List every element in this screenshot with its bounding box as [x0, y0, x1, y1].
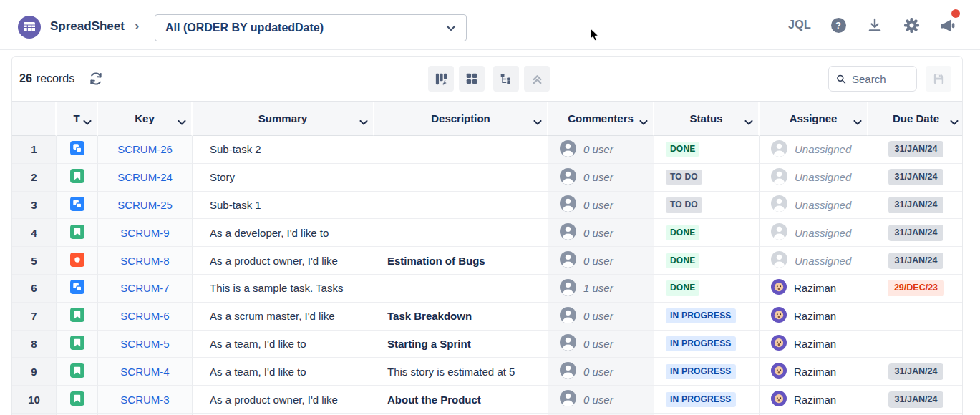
row-number-cell[interactable]: 5: [12, 247, 57, 275]
due-date-cell[interactable]: 31/JAN/24: [868, 136, 963, 164]
download-icon[interactable]: [865, 16, 884, 34]
row-number-cell[interactable]: 8: [12, 331, 57, 358]
status-cell[interactable]: IN PROGRESS: [654, 358, 760, 386]
summary-cell[interactable]: Sub-task 1: [193, 192, 374, 220]
issue-key-link[interactable]: SCRUM-6: [120, 310, 169, 322]
summary-cell[interactable]: As a team, I'd like to: [193, 358, 374, 386]
column-header-due-date[interactable]: Due Date: [868, 102, 963, 136]
row-number-cell[interactable]: 6: [12, 275, 57, 303]
due-date-cell[interactable]: 31/JAN/24: [868, 386, 963, 414]
refresh-icon[interactable]: [86, 69, 106, 89]
grid-view-button[interactable]: [459, 66, 485, 92]
description-cell[interactable]: [374, 219, 548, 247]
assignee-cell[interactable]: Raziman: [760, 386, 868, 414]
issue-key-link[interactable]: SCRUM-8: [120, 255, 169, 267]
status-cell[interactable]: IN PROGRESS: [654, 331, 760, 358]
issue-type-cell[interactable]: [57, 192, 98, 220]
assignee-cell[interactable]: Unassigned: [760, 219, 868, 247]
issue-key-link[interactable]: SCRUM-4: [120, 366, 169, 378]
row-number-cell[interactable]: 1: [12, 136, 57, 164]
due-date-cell[interactable]: 31/JAN/24: [868, 247, 963, 275]
summary-cell[interactable]: As a product owner, I'd like: [193, 386, 374, 414]
issue-key-link[interactable]: SCRUM-5: [120, 338, 169, 350]
description-cell[interactable]: This story is estimated at 5: [374, 358, 548, 386]
assignee-cell[interactable]: Raziman: [760, 275, 868, 303]
issue-type-cell[interactable]: [57, 164, 98, 192]
status-cell[interactable]: DONE: [654, 219, 760, 247]
due-date-cell[interactable]: [868, 331, 963, 358]
issue-type-cell[interactable]: [57, 386, 98, 414]
description-cell[interactable]: [374, 275, 548, 303]
column-header-t[interactable]: T: [57, 102, 98, 136]
assignee-cell[interactable]: Unassigned: [760, 247, 868, 275]
assignee-cell[interactable]: Unassigned: [760, 136, 868, 164]
row-number-cell[interactable]: 9: [12, 358, 57, 386]
status-cell[interactable]: IN PROGRESS: [654, 303, 760, 331]
row-number-cell[interactable]: 3: [12, 192, 57, 220]
due-date-cell[interactable]: 29/DEC/23: [868, 275, 963, 303]
assignee-cell[interactable]: Unassigned: [760, 164, 868, 192]
description-cell[interactable]: [374, 192, 548, 220]
collapse-all-button[interactable]: [524, 66, 550, 92]
due-date-cell[interactable]: 31/JAN/24: [868, 219, 963, 247]
megaphone-icon[interactable]: [938, 16, 957, 34]
issue-type-cell[interactable]: [57, 219, 98, 247]
description-cell[interactable]: Estimation of Bugs: [374, 247, 548, 275]
column-header-assignee[interactable]: Assignee: [760, 102, 868, 136]
gear-icon[interactable]: [902, 16, 921, 34]
description-cell[interactable]: [374, 164, 548, 192]
status-cell[interactable]: TO DO: [654, 192, 760, 220]
issue-key-link[interactable]: SCRUM-25: [117, 199, 173, 211]
summary-cell[interactable]: Sub-task 2: [193, 136, 374, 164]
summary-cell[interactable]: This is a sample task. Tasks: [193, 275, 374, 303]
save-button[interactable]: [926, 66, 951, 92]
issue-key-link[interactable]: SCRUM-24: [117, 171, 173, 183]
status-cell[interactable]: IN PROGRESS: [654, 386, 760, 414]
column-header-description[interactable]: Description: [374, 102, 548, 136]
status-cell[interactable]: DONE: [654, 247, 760, 275]
summary-cell[interactable]: As a developer, I'd like to: [193, 219, 374, 247]
status-cell[interactable]: DONE: [654, 275, 760, 303]
issue-type-cell[interactable]: [57, 303, 98, 331]
issue-key-link[interactable]: SCRUM-7: [120, 282, 169, 294]
description-cell[interactable]: Task Breakdown: [374, 303, 548, 331]
summary-cell[interactable]: As a scrum master, I'd like: [193, 303, 374, 331]
issue-type-cell[interactable]: [57, 358, 98, 386]
jql-button[interactable]: JQL: [788, 19, 811, 31]
status-cell[interactable]: DONE: [654, 136, 760, 164]
tree-view-button[interactable]: [493, 66, 519, 92]
description-cell[interactable]: [374, 136, 548, 164]
assignee-cell[interactable]: Unassigned: [760, 192, 868, 220]
due-date-cell[interactable]: 31/JAN/24: [868, 358, 963, 386]
column-header-status[interactable]: Status: [654, 102, 760, 136]
row-number-cell[interactable]: 4: [12, 219, 57, 247]
summary-cell[interactable]: As a product owner, I'd like: [193, 247, 374, 275]
assignee-cell[interactable]: Raziman: [760, 331, 868, 358]
summary-cell[interactable]: Story: [193, 164, 374, 192]
due-date-cell[interactable]: 31/JAN/24: [868, 192, 963, 220]
issue-key-link[interactable]: SCRUM-9: [120, 227, 169, 239]
description-cell[interactable]: Starting a Sprint: [374, 331, 548, 358]
column-header-commenters[interactable]: Commenters: [548, 102, 654, 136]
search-box[interactable]: [828, 66, 917, 92]
search-input[interactable]: [852, 73, 909, 85]
issue-type-cell[interactable]: [57, 331, 98, 358]
summary-cell[interactable]: As a team, I'd like to: [193, 331, 374, 358]
due-date-cell[interactable]: [868, 303, 963, 331]
issue-key-link[interactable]: SCRUM-26: [117, 143, 173, 155]
due-date-cell[interactable]: 31/JAN/24: [868, 164, 963, 192]
column-header-key[interactable]: Key: [98, 102, 193, 136]
column-settings-button[interactable]: [428, 66, 454, 92]
assignee-cell[interactable]: Raziman: [760, 303, 868, 331]
view-selector-dropdown[interactable]: All (ORDER BY updatedDate): [155, 14, 467, 42]
column-header-summary[interactable]: Summary: [193, 102, 374, 136]
help-icon[interactable]: ?: [829, 16, 848, 34]
row-number-cell[interactable]: 2: [12, 164, 57, 192]
issue-type-cell[interactable]: [57, 136, 98, 164]
issue-type-cell[interactable]: [57, 247, 98, 275]
assignee-cell[interactable]: Raziman: [760, 358, 868, 386]
issue-type-cell[interactable]: [57, 275, 98, 303]
row-number-cell[interactable]: 10: [12, 386, 57, 414]
status-cell[interactable]: TO DO: [654, 164, 760, 192]
description-cell[interactable]: About the Product: [374, 386, 548, 414]
